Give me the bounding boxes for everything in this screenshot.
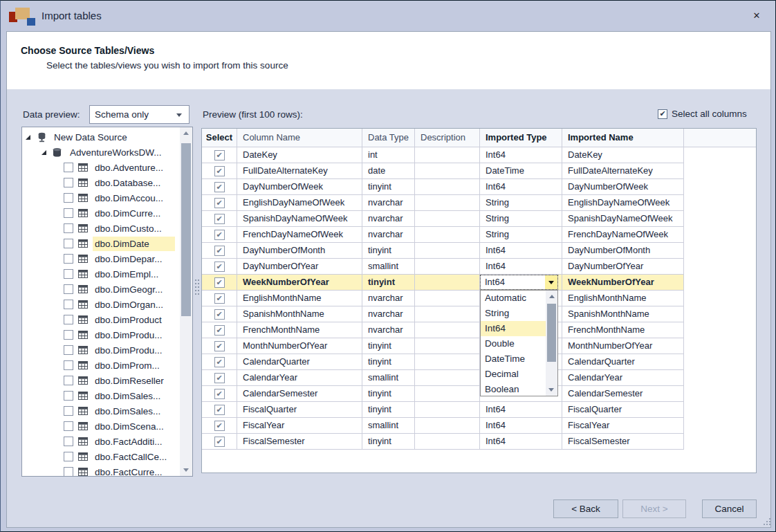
cell-column-name[interactable]: EnglishDayNameOfWeek xyxy=(237,195,362,211)
cell-select[interactable]: ✔ xyxy=(202,338,237,354)
dropdown-option-datetime[interactable]: DateTime xyxy=(481,351,546,367)
cell-column-name[interactable]: DateKey xyxy=(237,147,362,163)
cell-data-type[interactable]: int xyxy=(362,147,415,163)
dropdown-option-string[interactable]: String xyxy=(481,306,546,321)
table-checkbox[interactable] xyxy=(64,223,73,233)
cell-select[interactable]: ✔ xyxy=(202,275,237,291)
tree-item-table[interactable]: dbo.DimSales... xyxy=(22,388,180,403)
cell-description[interactable] xyxy=(415,211,480,227)
cancel-button[interactable]: Cancel xyxy=(702,499,757,518)
table-checkbox[interactable] xyxy=(64,406,73,416)
cell-imported-name[interactable]: DateKey xyxy=(562,147,684,163)
imported-type-combobox[interactable]: Int64 xyxy=(480,275,558,290)
cell-data-type[interactable]: tinyint xyxy=(362,338,415,354)
tree-scrollbar-thumb[interactable] xyxy=(181,143,191,316)
dropdown-scrollbar[interactable] xyxy=(546,291,557,396)
tree-item-table[interactable]: dbo.DimOrgan... xyxy=(22,297,180,312)
tree-item-table[interactable]: dbo.DimAccou... xyxy=(22,190,180,205)
cell-select[interactable]: ✔ xyxy=(202,243,237,259)
row-checkbox[interactable]: ✔ xyxy=(214,293,225,304)
cell-description[interactable] xyxy=(415,291,480,306)
cell-column-name[interactable]: FullDateAlternateKey xyxy=(237,163,362,179)
expander-icon[interactable] xyxy=(41,150,46,155)
scroll-up-icon[interactable] xyxy=(549,295,555,298)
tree-item-table[interactable]: dbo.DimReseller xyxy=(22,373,180,388)
row-checkbox[interactable]: ✔ xyxy=(214,230,225,240)
table-checkbox[interactable] xyxy=(64,284,73,294)
cell-imported-type[interactable]: DateTime xyxy=(480,163,562,179)
table-checkbox[interactable] xyxy=(64,360,73,370)
cell-imported-name[interactable]: EnglishDayNameOfWeek xyxy=(562,195,684,211)
cell-column-name[interactable]: FiscalSemester xyxy=(237,434,362,450)
row-checkbox[interactable]: ✔ xyxy=(214,262,225,272)
cell-data-type[interactable]: tinyint xyxy=(362,434,415,450)
tree-item-root[interactable]: New Data Source xyxy=(22,129,180,145)
cell-data-type[interactable]: tinyint xyxy=(362,386,415,402)
tree-scrollbar[interactable] xyxy=(180,127,192,476)
cell-imported-type[interactable]: String xyxy=(480,195,562,211)
table-checkbox[interactable] xyxy=(64,437,73,446)
cell-column-name[interactable]: FrenchDayNameOfWeek xyxy=(237,227,362,243)
cell-description[interactable] xyxy=(415,322,480,338)
cell-imported-type[interactable]: Int64 xyxy=(480,179,562,195)
cell-column-name[interactable]: FiscalQuarter xyxy=(237,402,362,418)
cell-description[interactable] xyxy=(415,147,480,163)
cell-imported-name[interactable]: FiscalYear xyxy=(562,418,684,434)
cell-description[interactable] xyxy=(415,243,480,259)
tree-item-database[interactable]: AdventureWorksDW... xyxy=(22,145,180,160)
scroll-down-icon[interactable] xyxy=(183,468,189,472)
cell-column-name[interactable]: WeekNumberOfYear xyxy=(237,275,362,291)
table-checkbox[interactable] xyxy=(64,178,73,187)
cell-imported-name[interactable]: SpanishDayNameOfWeek xyxy=(562,211,684,227)
table-checkbox[interactable] xyxy=(64,163,73,172)
cell-column-name[interactable]: CalendarYear xyxy=(237,370,362,386)
cell-data-type[interactable]: nvarchar xyxy=(362,195,415,211)
cell-column-name[interactable]: DayNumberOfMonth xyxy=(237,243,362,259)
table-checkbox[interactable] xyxy=(64,254,73,264)
cell-select[interactable]: ✔ xyxy=(202,434,237,450)
row-checkbox[interactable]: ✔ xyxy=(214,437,225,447)
dropdown-scrollbar-thumb[interactable] xyxy=(547,304,556,362)
cell-imported-type[interactable]: String xyxy=(480,227,562,243)
cell-imported-name[interactable]: FiscalQuarter xyxy=(562,402,684,418)
select-all-checkbox[interactable]: ✔ xyxy=(658,109,667,119)
cell-data-type[interactable]: nvarchar xyxy=(362,227,415,243)
scroll-down-icon[interactable] xyxy=(548,388,554,392)
cell-column-name[interactable]: FiscalYear xyxy=(237,418,362,434)
row-checkbox[interactable]: ✔ xyxy=(214,389,225,399)
tree-item-table[interactable]: dbo.DimCusto... xyxy=(22,221,180,236)
cell-select[interactable]: ✔ xyxy=(202,147,237,163)
cell-imported-type[interactable]: String xyxy=(480,211,562,227)
cell-column-name[interactable]: DayNumberOfWeek xyxy=(237,179,362,195)
cell-imported-name[interactable]: FiscalSemester xyxy=(562,434,684,450)
table-checkbox[interactable] xyxy=(64,330,73,340)
cell-select[interactable]: ✔ xyxy=(202,386,237,402)
cell-select[interactable]: ✔ xyxy=(202,370,237,386)
row-checkbox[interactable]: ✔ xyxy=(214,325,225,336)
tree-item-table[interactable]: dbo.FactAdditi... xyxy=(22,434,180,449)
row-checkbox[interactable]: ✔ xyxy=(214,198,225,208)
tree-item-table[interactable]: dbo.DimScena... xyxy=(22,419,180,434)
row-checkbox[interactable]: ✔ xyxy=(214,357,225,367)
cell-select[interactable]: ✔ xyxy=(202,195,237,211)
cell-imported-type[interactable]: Int64 xyxy=(480,402,562,418)
select-all-columns[interactable]: ✔ Select all columns xyxy=(658,109,747,119)
row-checkbox[interactable]: ✔ xyxy=(214,246,225,256)
cell-data-type[interactable]: nvarchar xyxy=(362,291,415,306)
tree-item-table[interactable]: dbo.DimDepar... xyxy=(22,251,180,266)
cell-select[interactable]: ✔ xyxy=(202,227,237,243)
expander-icon[interactable] xyxy=(26,135,30,140)
cell-description[interactable] xyxy=(415,354,480,370)
cell-description[interactable] xyxy=(415,338,480,354)
cell-description[interactable] xyxy=(415,227,480,243)
cell-column-name[interactable]: DayNumberOfYear xyxy=(237,259,362,275)
next-button[interactable]: Next > xyxy=(622,499,686,518)
close-icon[interactable]: ✕ xyxy=(748,8,765,24)
table-checkbox[interactable] xyxy=(64,452,73,461)
cell-data-type[interactable]: tinyint xyxy=(362,275,415,291)
combobox-drop-button[interactable] xyxy=(545,275,557,289)
tree-item-table[interactable]: dbo.DimCurre... xyxy=(22,205,180,221)
cell-description[interactable] xyxy=(415,386,480,402)
tree-item-table[interactable]: dbo.Adventure... xyxy=(22,160,180,175)
cell-description[interactable] xyxy=(415,402,480,418)
